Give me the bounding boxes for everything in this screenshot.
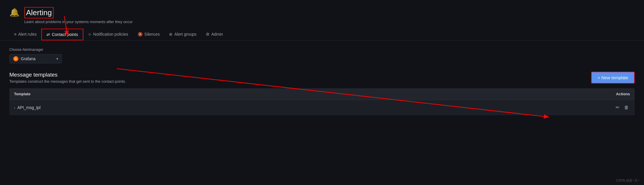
templates-section: Message templates Templates construct th… [9,72,635,115]
edit-icon[interactable]: ✏ [614,103,621,111]
alert-rules-icon: ≡ [14,32,16,37]
nav-tabs: ≡ Alert rules ⇄ Contact points ⊹ Notific… [0,29,644,41]
tab-notification-policies[interactable]: ⊹ Notification policies [83,29,133,40]
templates-table: Template Actions › API_msg_tpl ✏ 🗑 [9,88,635,115]
table-header: Template Actions [9,88,635,100]
template-name: API_msg_tpl [17,105,40,110]
tab-alert-rules[interactable]: ≡ Alert rules [9,29,41,40]
tab-silences[interactable]: 🔕 Silences [133,29,165,40]
row-expander-icon[interactable]: › [14,106,15,110]
alert-groups-icon: ⊛ [169,32,172,37]
admin-icon: ⚙ [206,32,210,37]
tab-notification-policies-label: Notification policies [93,32,128,37]
page-header: 🔔 Alerting Learn about problems in your … [0,0,644,29]
notification-policies-icon: ⊹ [88,32,91,37]
templates-title: Message templates [9,72,126,78]
silences-icon: 🔕 [138,32,143,37]
tab-contact-points-label: Contact points [52,32,78,37]
tab-admin-label: Admin [211,32,223,37]
alertmanager-selected-value: Grafana [21,56,36,61]
templates-subtitle: Templates construct the messages that ge… [9,79,126,84]
tab-silences-label: Silences [144,32,160,37]
table-body: › API_msg_tpl ✏ 🗑 [9,100,635,115]
delete-icon[interactable]: 🗑 [623,104,630,111]
new-template-button[interactable]: + New template [591,72,635,84]
chevron-down-icon: ▾ [56,57,58,61]
templates-title-block: Message templates Templates construct th… [9,72,126,84]
tab-alert-groups[interactable]: ⊛ Alert groups [164,29,201,40]
alerting-icon: 🔔 [9,8,20,17]
page-subtitle: Learn about problems in your systems mom… [24,20,133,24]
template-col-header: Template [9,88,379,100]
alertmanager-select-left: G Grafana [13,56,36,61]
alertmanager-label: Choose Alertmanager [9,48,635,52]
tab-contact-points[interactable]: ⇄ Contact points [41,29,83,40]
actions-col-header: Actions [379,88,635,100]
contact-points-icon: ⇄ [46,32,50,37]
header-text-block: Alerting Learn about problems in your sy… [24,7,133,24]
tab-admin[interactable]: ⚙ Admin [201,29,228,40]
tab-alert-rules-label: Alert rules [18,32,37,37]
templates-header: Message templates Templates construct th… [9,72,635,84]
table-row: › API_msg_tpl ✏ 🗑 [9,100,635,115]
actions-cell: ✏ 🗑 [379,100,635,115]
main-content: Choose Alertmanager G Grafana ▾ Message … [0,41,644,122]
watermark: CSDN @蓝~天~ [616,178,639,183]
alertmanager-dropdown[interactable]: G Grafana ▾ [9,54,62,63]
alertmanager-section: Choose Alertmanager G Grafana ▾ [9,48,635,63]
template-name-cell: › API_msg_tpl [9,100,379,115]
tab-alert-groups-label: Alert groups [174,32,196,37]
page-title: Alerting [24,7,53,18]
grafana-logo: G [13,56,18,61]
